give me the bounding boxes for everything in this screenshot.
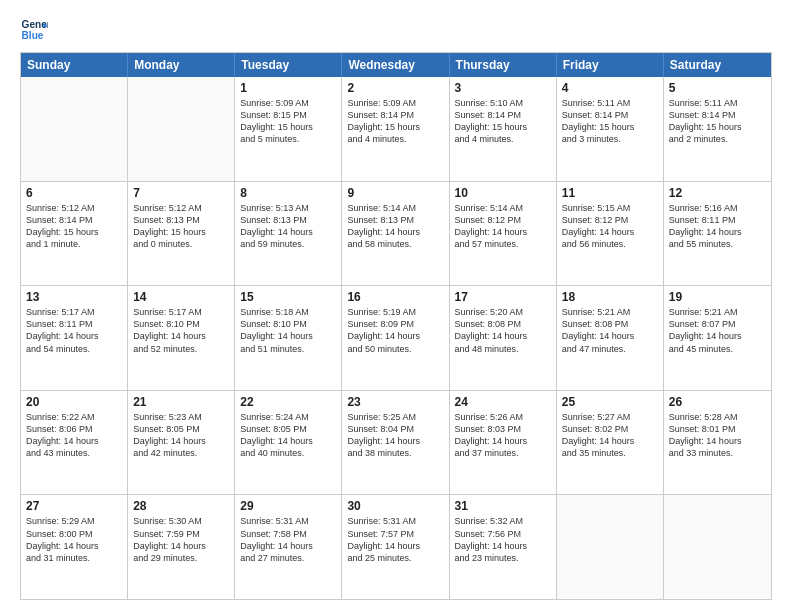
day-number: 17 bbox=[455, 290, 551, 304]
calendar-week-2: 6Sunrise: 5:12 AM Sunset: 8:14 PM Daylig… bbox=[21, 182, 771, 287]
day-number: 2 bbox=[347, 81, 443, 95]
header-day-saturday: Saturday bbox=[664, 53, 771, 77]
day-info: Sunrise: 5:09 AM Sunset: 8:14 PM Dayligh… bbox=[347, 97, 443, 146]
calendar-day-10: 10Sunrise: 5:14 AM Sunset: 8:12 PM Dayli… bbox=[450, 182, 557, 286]
calendar-day-9: 9Sunrise: 5:14 AM Sunset: 8:13 PM Daylig… bbox=[342, 182, 449, 286]
day-number: 19 bbox=[669, 290, 766, 304]
day-info: Sunrise: 5:24 AM Sunset: 8:05 PM Dayligh… bbox=[240, 411, 336, 460]
day-info: Sunrise: 5:11 AM Sunset: 8:14 PM Dayligh… bbox=[669, 97, 766, 146]
day-number: 22 bbox=[240, 395, 336, 409]
header-day-wednesday: Wednesday bbox=[342, 53, 449, 77]
calendar-day-30: 30Sunrise: 5:31 AM Sunset: 7:57 PM Dayli… bbox=[342, 495, 449, 599]
day-info: Sunrise: 5:23 AM Sunset: 8:05 PM Dayligh… bbox=[133, 411, 229, 460]
day-info: Sunrise: 5:17 AM Sunset: 8:10 PM Dayligh… bbox=[133, 306, 229, 355]
calendar-day-5: 5Sunrise: 5:11 AM Sunset: 8:14 PM Daylig… bbox=[664, 77, 771, 181]
day-number: 24 bbox=[455, 395, 551, 409]
day-info: Sunrise: 5:16 AM Sunset: 8:11 PM Dayligh… bbox=[669, 202, 766, 251]
day-number: 13 bbox=[26, 290, 122, 304]
calendar-day-11: 11Sunrise: 5:15 AM Sunset: 8:12 PM Dayli… bbox=[557, 182, 664, 286]
calendar-day-31: 31Sunrise: 5:32 AM Sunset: 7:56 PM Dayli… bbox=[450, 495, 557, 599]
calendar-day-6: 6Sunrise: 5:12 AM Sunset: 8:14 PM Daylig… bbox=[21, 182, 128, 286]
day-info: Sunrise: 5:25 AM Sunset: 8:04 PM Dayligh… bbox=[347, 411, 443, 460]
header: General Blue bbox=[20, 16, 772, 44]
calendar-day-22: 22Sunrise: 5:24 AM Sunset: 8:05 PM Dayli… bbox=[235, 391, 342, 495]
day-number: 14 bbox=[133, 290, 229, 304]
day-number: 29 bbox=[240, 499, 336, 513]
header-day-monday: Monday bbox=[128, 53, 235, 77]
calendar-empty-cell bbox=[128, 77, 235, 181]
day-info: Sunrise: 5:28 AM Sunset: 8:01 PM Dayligh… bbox=[669, 411, 766, 460]
day-number: 5 bbox=[669, 81, 766, 95]
day-number: 10 bbox=[455, 186, 551, 200]
calendar-day-7: 7Sunrise: 5:12 AM Sunset: 8:13 PM Daylig… bbox=[128, 182, 235, 286]
day-number: 30 bbox=[347, 499, 443, 513]
day-number: 8 bbox=[240, 186, 336, 200]
logo-icon: General Blue bbox=[20, 16, 48, 44]
calendar-body: 1Sunrise: 5:09 AM Sunset: 8:15 PM Daylig… bbox=[21, 77, 771, 599]
calendar-day-27: 27Sunrise: 5:29 AM Sunset: 8:00 PM Dayli… bbox=[21, 495, 128, 599]
day-number: 27 bbox=[26, 499, 122, 513]
day-info: Sunrise: 5:26 AM Sunset: 8:03 PM Dayligh… bbox=[455, 411, 551, 460]
day-number: 6 bbox=[26, 186, 122, 200]
calendar-day-3: 3Sunrise: 5:10 AM Sunset: 8:14 PM Daylig… bbox=[450, 77, 557, 181]
day-info: Sunrise: 5:09 AM Sunset: 8:15 PM Dayligh… bbox=[240, 97, 336, 146]
day-info: Sunrise: 5:21 AM Sunset: 8:08 PM Dayligh… bbox=[562, 306, 658, 355]
day-info: Sunrise: 5:15 AM Sunset: 8:12 PM Dayligh… bbox=[562, 202, 658, 251]
calendar-week-4: 20Sunrise: 5:22 AM Sunset: 8:06 PM Dayli… bbox=[21, 391, 771, 496]
day-info: Sunrise: 5:10 AM Sunset: 8:14 PM Dayligh… bbox=[455, 97, 551, 146]
calendar-week-1: 1Sunrise: 5:09 AM Sunset: 8:15 PM Daylig… bbox=[21, 77, 771, 182]
calendar-day-8: 8Sunrise: 5:13 AM Sunset: 8:13 PM Daylig… bbox=[235, 182, 342, 286]
day-info: Sunrise: 5:19 AM Sunset: 8:09 PM Dayligh… bbox=[347, 306, 443, 355]
calendar-week-5: 27Sunrise: 5:29 AM Sunset: 8:00 PM Dayli… bbox=[21, 495, 771, 599]
day-number: 16 bbox=[347, 290, 443, 304]
day-info: Sunrise: 5:22 AM Sunset: 8:06 PM Dayligh… bbox=[26, 411, 122, 460]
calendar-day-16: 16Sunrise: 5:19 AM Sunset: 8:09 PM Dayli… bbox=[342, 286, 449, 390]
day-info: Sunrise: 5:17 AM Sunset: 8:11 PM Dayligh… bbox=[26, 306, 122, 355]
header-day-thursday: Thursday bbox=[450, 53, 557, 77]
day-number: 11 bbox=[562, 186, 658, 200]
day-info: Sunrise: 5:32 AM Sunset: 7:56 PM Dayligh… bbox=[455, 515, 551, 564]
calendar-day-23: 23Sunrise: 5:25 AM Sunset: 8:04 PM Dayli… bbox=[342, 391, 449, 495]
header-day-sunday: Sunday bbox=[21, 53, 128, 77]
day-number: 15 bbox=[240, 290, 336, 304]
logo: General Blue bbox=[20, 16, 34, 44]
calendar-empty-cell bbox=[21, 77, 128, 181]
calendar-day-13: 13Sunrise: 5:17 AM Sunset: 8:11 PM Dayli… bbox=[21, 286, 128, 390]
calendar-header: SundayMondayTuesdayWednesdayThursdayFrid… bbox=[21, 53, 771, 77]
day-info: Sunrise: 5:14 AM Sunset: 8:12 PM Dayligh… bbox=[455, 202, 551, 251]
day-info: Sunrise: 5:31 AM Sunset: 7:58 PM Dayligh… bbox=[240, 515, 336, 564]
calendar-day-12: 12Sunrise: 5:16 AM Sunset: 8:11 PM Dayli… bbox=[664, 182, 771, 286]
calendar-day-17: 17Sunrise: 5:20 AM Sunset: 8:08 PM Dayli… bbox=[450, 286, 557, 390]
calendar-empty-cell bbox=[664, 495, 771, 599]
calendar-day-28: 28Sunrise: 5:30 AM Sunset: 7:59 PM Dayli… bbox=[128, 495, 235, 599]
calendar-day-14: 14Sunrise: 5:17 AM Sunset: 8:10 PM Dayli… bbox=[128, 286, 235, 390]
calendar-day-4: 4Sunrise: 5:11 AM Sunset: 8:14 PM Daylig… bbox=[557, 77, 664, 181]
header-day-tuesday: Tuesday bbox=[235, 53, 342, 77]
calendar-day-21: 21Sunrise: 5:23 AM Sunset: 8:05 PM Dayli… bbox=[128, 391, 235, 495]
day-number: 25 bbox=[562, 395, 658, 409]
calendar-day-19: 19Sunrise: 5:21 AM Sunset: 8:07 PM Dayli… bbox=[664, 286, 771, 390]
day-info: Sunrise: 5:29 AM Sunset: 8:00 PM Dayligh… bbox=[26, 515, 122, 564]
day-number: 23 bbox=[347, 395, 443, 409]
day-number: 21 bbox=[133, 395, 229, 409]
calendar-day-1: 1Sunrise: 5:09 AM Sunset: 8:15 PM Daylig… bbox=[235, 77, 342, 181]
calendar-day-20: 20Sunrise: 5:22 AM Sunset: 8:06 PM Dayli… bbox=[21, 391, 128, 495]
day-number: 31 bbox=[455, 499, 551, 513]
day-info: Sunrise: 5:14 AM Sunset: 8:13 PM Dayligh… bbox=[347, 202, 443, 251]
day-number: 18 bbox=[562, 290, 658, 304]
calendar-day-29: 29Sunrise: 5:31 AM Sunset: 7:58 PM Dayli… bbox=[235, 495, 342, 599]
day-info: Sunrise: 5:31 AM Sunset: 7:57 PM Dayligh… bbox=[347, 515, 443, 564]
day-number: 7 bbox=[133, 186, 229, 200]
day-number: 1 bbox=[240, 81, 336, 95]
calendar-day-25: 25Sunrise: 5:27 AM Sunset: 8:02 PM Dayli… bbox=[557, 391, 664, 495]
day-number: 28 bbox=[133, 499, 229, 513]
calendar-day-26: 26Sunrise: 5:28 AM Sunset: 8:01 PM Dayli… bbox=[664, 391, 771, 495]
day-info: Sunrise: 5:20 AM Sunset: 8:08 PM Dayligh… bbox=[455, 306, 551, 355]
page: General Blue SundayMondayTuesdayWednesda… bbox=[0, 0, 792, 612]
day-info: Sunrise: 5:27 AM Sunset: 8:02 PM Dayligh… bbox=[562, 411, 658, 460]
day-info: Sunrise: 5:13 AM Sunset: 8:13 PM Dayligh… bbox=[240, 202, 336, 251]
header-day-friday: Friday bbox=[557, 53, 664, 77]
day-number: 3 bbox=[455, 81, 551, 95]
calendar-day-2: 2Sunrise: 5:09 AM Sunset: 8:14 PM Daylig… bbox=[342, 77, 449, 181]
day-info: Sunrise: 5:12 AM Sunset: 8:14 PM Dayligh… bbox=[26, 202, 122, 251]
